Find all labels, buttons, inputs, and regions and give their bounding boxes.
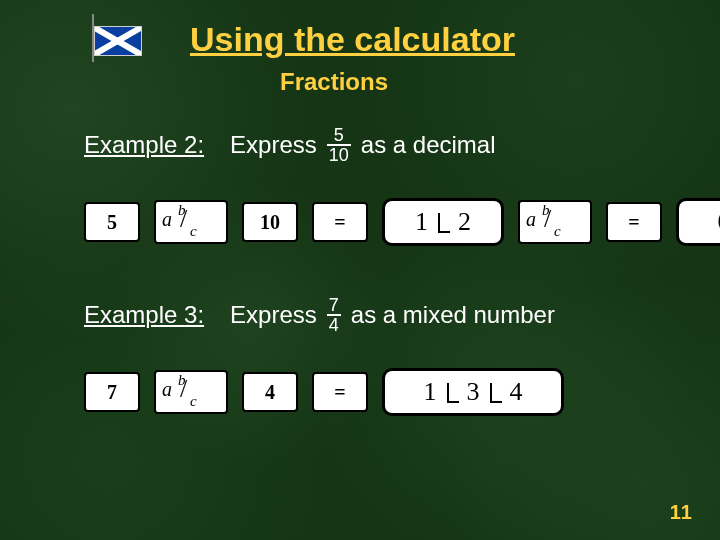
example2-keyrow: 5 a b / c 10 = 1 2 a b / c = 0. 5 (84, 198, 720, 246)
key-4: 4 (242, 372, 298, 412)
key-equals: = (312, 372, 368, 412)
display-part: 4 (510, 377, 523, 407)
slide: Using the calculator Fractions Example 2… (0, 0, 720, 540)
abc-a: a (162, 208, 172, 231)
slide-title: Using the calculator (190, 20, 515, 59)
display-part: 3 (467, 377, 480, 407)
example2-prompt: Example 2: Express 5 10 as a decimal (84, 126, 496, 164)
fraction-numerator: 7 (329, 296, 339, 314)
frac-separator-icon (490, 383, 502, 403)
abc-a: a (162, 378, 172, 401)
flag-icon (92, 22, 150, 60)
abc-c: c (190, 223, 197, 240)
example3-express: Express (230, 301, 317, 329)
key-10: 10 (242, 202, 298, 242)
example3-fraction: 7 4 (327, 296, 341, 334)
example2-express: Express (230, 131, 317, 159)
frac-separator-icon (438, 213, 450, 233)
abc-slash: / (180, 374, 187, 404)
abc-c: c (554, 223, 561, 240)
key-abc: a b / c (154, 370, 228, 414)
example2-label: Example 2: (84, 131, 204, 159)
display-1r2: 1 2 (382, 198, 504, 246)
slide-subtitle: Fractions (280, 68, 388, 96)
page-number: 11 (670, 501, 692, 524)
example2-fraction: 5 10 (327, 126, 351, 164)
fraction-numerator: 5 (334, 126, 344, 144)
key-equals: = (312, 202, 368, 242)
display-part: 1 (415, 207, 428, 237)
abc-c: c (190, 393, 197, 410)
example3-keyrow: 7 a b / c 4 = 1 3 4 (84, 368, 564, 416)
key-5: 5 (84, 202, 140, 242)
display-part: 1 (424, 377, 437, 407)
display-part: 2 (458, 207, 471, 237)
fraction-denominator: 10 (327, 144, 351, 164)
abc-slash: / (180, 204, 187, 234)
key-abc: a b / c (154, 200, 228, 244)
key-abc: a b / c (518, 200, 592, 244)
abc-a: a (526, 208, 536, 231)
abc-slash: / (544, 204, 551, 234)
key-7: 7 (84, 372, 140, 412)
fraction-denominator: 4 (327, 314, 341, 334)
key-equals: = (606, 202, 662, 242)
display-0-5: 0. 5 (676, 198, 720, 246)
example3-after: as a mixed number (351, 301, 555, 329)
example3-prompt: Example 3: Express 7 4 as a mixed number (84, 296, 555, 334)
example2-after: as a decimal (361, 131, 496, 159)
display-1r3r4: 1 3 4 (382, 368, 564, 416)
frac-separator-icon (447, 383, 459, 403)
example3-label: Example 3: (84, 301, 204, 329)
